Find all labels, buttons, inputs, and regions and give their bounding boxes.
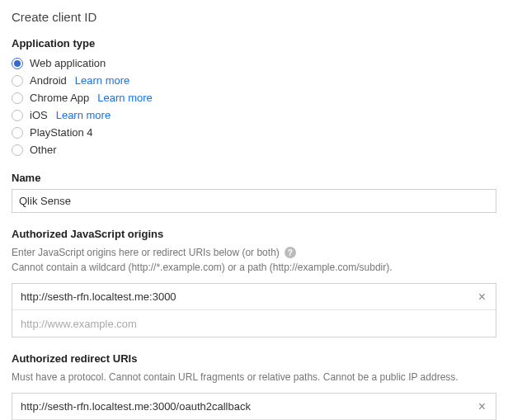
js-origins-help-2: Cannot contain a wildcard (http://*.exam…: [12, 260, 496, 275]
radio-icon: [12, 92, 23, 104]
learn-more-link[interactable]: Learn more: [56, 109, 111, 121]
radio-icon: [12, 58, 23, 69]
radio-ios[interactable]: iOS Learn more: [12, 106, 496, 124]
js-origins-label: Authorized JavaScript origins: [12, 228, 496, 240]
redirect-uri-entry[interactable]: http://sesth-rfn.localtest.me:3000/oauth…: [12, 394, 496, 420]
js-origin-entry[interactable]: http://sesth-rfn.localtest.me:3000 ×: [12, 284, 496, 310]
learn-more-link[interactable]: Learn more: [75, 74, 129, 87]
radio-label: iOS: [30, 109, 48, 121]
js-origin-value: http://sesth-rfn.localtest.me:3000: [12, 285, 475, 309]
close-icon[interactable]: ×: [475, 290, 489, 304]
redirect-uris-label: Authorized redirect URIs: [12, 352, 496, 365]
name-input[interactable]: [12, 189, 496, 213]
radio-label: Other: [30, 144, 57, 156]
application-type-radio-group: Web application Android Learn more Chrom…: [12, 54, 496, 158]
radio-icon: [12, 127, 23, 139]
js-origin-placeholder: http://www.example.com: [12, 312, 489, 336]
radio-icon: [12, 144, 23, 156]
radio-icon: [12, 110, 23, 121]
radio-other[interactable]: Other: [12, 141, 496, 158]
radio-playstation-4[interactable]: PlayStation 4: [12, 124, 496, 141]
radio-label: PlayStation 4: [30, 126, 93, 139]
js-origins-list: http://sesth-rfn.localtest.me:3000 × htt…: [12, 283, 496, 337]
learn-more-link[interactable]: Learn more: [97, 92, 152, 104]
close-icon[interactable]: ×: [475, 400, 489, 413]
radio-label: Chrome App: [30, 92, 89, 104]
radio-chrome-app[interactable]: Chrome App Learn more: [12, 89, 496, 106]
js-origins-help-1: Enter JavaScript origins here or redirec…: [12, 245, 280, 260]
radio-label: Web application: [30, 57, 106, 69]
page-title: Create client ID: [12, 10, 496, 24]
redirect-uris-list: http://sesth-rfn.localtest.me:3000/oauth…: [12, 393, 496, 420]
redirect-uri-value: http://sesth-rfn.localtest.me:3000/oauth…: [12, 394, 475, 418]
name-label: Name: [12, 172, 496, 184]
radio-web-application[interactable]: Web application: [12, 54, 496, 72]
radio-label: Android: [30, 74, 67, 87]
redirect-uris-help: Must have a protocol. Cannot contain URL…: [12, 370, 496, 385]
help-icon[interactable]: ?: [285, 247, 296, 258]
radio-icon: [12, 75, 23, 87]
application-type-label: Application type: [12, 37, 496, 50]
radio-android[interactable]: Android Learn more: [12, 72, 496, 89]
js-origin-input-row[interactable]: http://www.example.com: [12, 310, 496, 337]
